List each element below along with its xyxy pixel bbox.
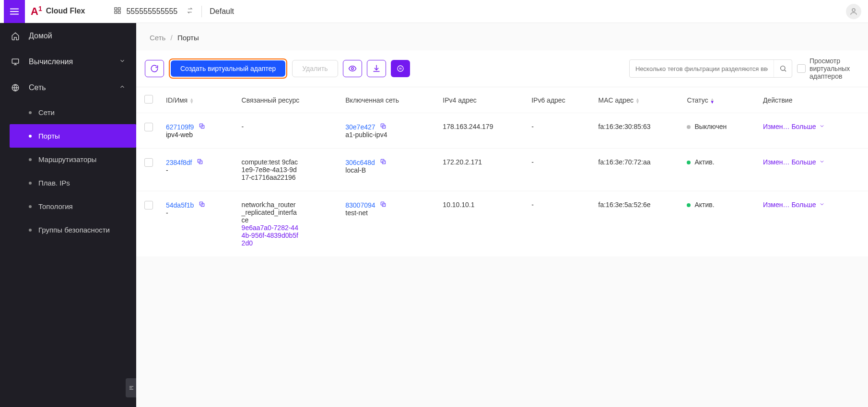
network-id-link[interactable]: 83007094: [345, 201, 375, 209]
resource-text: compute:test 9cfac1e9-7e8e-4a13-9d17-c17…: [242, 158, 299, 181]
view-adapters-toggle[interactable]: Просмотр виртуальных адаптеров: [797, 57, 859, 80]
swap-icon: [186, 7, 194, 16]
sidebar-item-label: Вычисления: [29, 58, 73, 66]
sidebar-item-floating-ips[interactable]: Плав. IPs: [10, 171, 136, 195]
pause-button[interactable]: [391, 60, 410, 77]
svg-point-21: [780, 66, 785, 70]
action-more[interactable]: Больше: [791, 123, 824, 130]
sidebar-item-network[interactable]: Сеть: [0, 75, 136, 101]
port-id-link[interactable]: 2384f8df: [166, 159, 192, 166]
toolbar: Создать виртуальный адаптер Удалить: [136, 50, 868, 87]
copy-icon[interactable]: [197, 159, 203, 166]
network-id-link[interactable]: 30e7e427: [345, 123, 375, 131]
table-header-row: ID/Имя▲▼ Связанный ресурс Включенная сет…: [136, 87, 868, 113]
sidebar-item-compute[interactable]: Вычисления: [0, 49, 136, 75]
sidebar-item-label: Сеть: [29, 83, 46, 92]
sidebar-item-networks[interactable]: Сети: [10, 101, 136, 124]
create-adapter-button[interactable]: Создать виртуальный адаптер: [171, 60, 285, 77]
sidebar-item-label: Плав. IPs: [38, 179, 70, 187]
refresh-button[interactable]: [145, 60, 164, 77]
col-status[interactable]: Статус▲▼: [682, 87, 758, 113]
pause-icon: [397, 65, 404, 72]
action-edit[interactable]: Измен…: [763, 123, 790, 130]
sidebar: Домой Вычисления Сеть: [0, 23, 136, 407]
create-adapter-highlight: Создать виртуальный адаптер: [169, 58, 287, 79]
separator: [201, 6, 202, 17]
mac-address: fa:16:3e:5a:52:6e: [594, 191, 682, 257]
resource-link[interactable]: 9e6aa7a0-7282-444b-956f-4839d0b5f2d0: [242, 224, 299, 247]
col-mac[interactable]: MAC адрес▲▼: [594, 87, 682, 113]
copy-icon[interactable]: [380, 201, 387, 209]
copy-icon[interactable]: [199, 123, 205, 131]
row-checkbox[interactable]: [144, 123, 153, 131]
workspace-selector[interactable]: Default: [210, 7, 234, 16]
monitor-icon: [11, 58, 20, 66]
col-id-name[interactable]: ID/Имя▲▼: [161, 87, 237, 113]
account-selector[interactable]: 555555555555: [114, 7, 194, 16]
home-icon: [11, 32, 20, 40]
network-name: a1-public-ipv4: [345, 131, 387, 139]
port-id-link[interactable]: 627109f9: [166, 123, 194, 131]
network-id-link[interactable]: 306c648d: [345, 159, 375, 166]
ipv6-address: -: [527, 191, 593, 257]
action-more[interactable]: Больше: [791, 158, 824, 166]
search-box: [629, 59, 792, 78]
sidebar-item-home[interactable]: Домой: [0, 23, 136, 49]
chevron-down-icon: [819, 123, 825, 130]
sort-icon: ▲▼: [189, 98, 194, 104]
select-all-checkbox[interactable]: [144, 95, 153, 104]
hamburger-menu-button[interactable]: [4, 0, 25, 23]
col-ipv4: IPv4 адрес: [438, 87, 527, 113]
port-name: -: [166, 209, 168, 217]
chevron-up-icon: [119, 83, 126, 92]
breadcrumb-separator: /: [171, 34, 173, 42]
sidebar-item-topology[interactable]: Топология: [10, 195, 136, 218]
svg-rect-5: [115, 11, 117, 13]
view-button[interactable]: [343, 60, 362, 77]
sidebar-item-label: Домой: [29, 32, 52, 40]
table-row: 627109f9 ipv4-web - 30e7e427 a1-public-i…: [136, 113, 868, 149]
search-button[interactable]: [774, 60, 792, 77]
network-name: local-B: [345, 166, 366, 174]
delete-button: Удалить: [292, 60, 338, 77]
copy-icon[interactable]: [380, 123, 387, 131]
row-checkbox[interactable]: [144, 158, 153, 167]
port-id-link[interactable]: 54da5f1b: [166, 201, 194, 209]
sidebar-item-label: Порты: [38, 132, 60, 140]
sidebar-collapse-handle[interactable]: [126, 378, 136, 397]
ipv4-address: 10.10.10.1: [438, 191, 527, 257]
table-row: 54da5f1b - network:ha_router_replicated_…: [136, 191, 868, 257]
hamburger-icon: [9, 6, 20, 17]
grid-icon: [114, 7, 121, 16]
svg-point-18: [398, 66, 403, 71]
action-more[interactable]: Больше: [791, 201, 824, 209]
sidebar-item-label: Топология: [38, 202, 73, 210]
logo-mark: A1: [31, 5, 42, 18]
user-avatar-button[interactable]: [846, 4, 861, 19]
ipv4-address: 178.163.244.179: [438, 113, 527, 149]
breadcrumb-root[interactable]: Сеть: [150, 34, 165, 42]
status-dot-icon: [687, 203, 691, 207]
search-input[interactable]: [630, 65, 774, 72]
col-ipv6: IPv6 адрес: [527, 87, 593, 113]
sidebar-submenu-network: Сети Порты Маршрутизаторы Плав. IPs Топо…: [10, 101, 136, 242]
chevron-down-icon: [119, 58, 126, 66]
status-label: Выключен: [694, 123, 727, 130]
action-edit[interactable]: Измен…: [763, 158, 790, 166]
copy-icon[interactable]: [380, 159, 387, 166]
download-icon: [372, 64, 381, 73]
download-button[interactable]: [367, 60, 386, 77]
copy-icon[interactable]: [199, 201, 205, 209]
sort-icon: ▲▼: [635, 98, 640, 104]
sidebar-item-ports[interactable]: Порты: [10, 124, 136, 148]
svg-point-7: [852, 9, 855, 12]
sidebar-item-routers[interactable]: Маршрутизаторы: [10, 148, 136, 171]
svg-rect-8: [12, 59, 19, 63]
action-edit[interactable]: Измен…: [763, 201, 790, 209]
chevron-down-icon: [819, 201, 825, 209]
view-adapters-checkbox[interactable]: [797, 64, 806, 73]
sidebar-item-security-groups[interactable]: Группы безопасности: [10, 218, 136, 242]
sidebar-item-label: Сети: [38, 108, 55, 116]
ipv6-address: -: [527, 113, 593, 149]
row-checkbox[interactable]: [144, 201, 153, 209]
